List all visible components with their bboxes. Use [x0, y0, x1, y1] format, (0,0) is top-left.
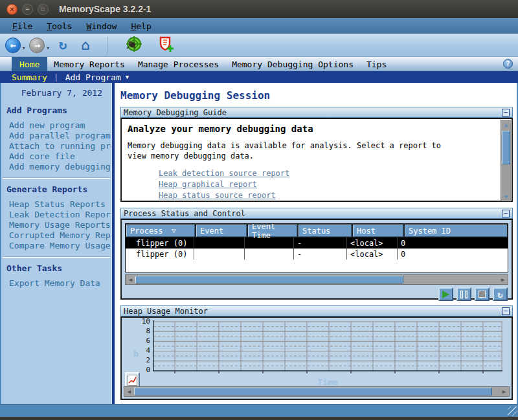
- current-date: February 7, 2012: [1, 88, 111, 98]
- link-heap-graphical-report[interactable]: Heap graphical report: [159, 180, 257, 189]
- sidebar: February 7, 2012 Add Programs Add new pr…: [1, 83, 111, 404]
- process-panel-minimize-button[interactable]: −: [502, 210, 510, 217]
- sidebar-link-add-new-program[interactable]: Add new program: [9, 120, 111, 130]
- y-tick-2: 2: [128, 356, 150, 364]
- column-label: Event: [200, 227, 223, 236]
- sidebar-link-export-memory-data[interactable]: Export Memory Data: [9, 278, 111, 288]
- sidebar-divider: [3, 177, 110, 179]
- heap-panel-minimize-button[interactable]: −: [502, 307, 510, 315]
- scroll-right-icon[interactable]: ▶: [498, 275, 508, 284]
- y-tick-8: 8: [128, 327, 150, 335]
- guide-vertical-scrollbar[interactable]: ▲ ▼: [501, 120, 511, 201]
- scrollbar-track[interactable]: [134, 387, 499, 396]
- home-button[interactable]: ⌂: [82, 38, 90, 52]
- memoryscape-window: × − □ MemoryScape 3.2.2-1 File Tools Win…: [0, 0, 518, 420]
- process-horizontal-scrollbar[interactable]: ◀ ▶: [125, 274, 508, 285]
- halt-button[interactable]: [456, 287, 471, 301]
- shield-add-icon: [159, 36, 174, 52]
- heap-panel-title: Heap Usage Monitor: [124, 307, 502, 316]
- forward-dropdown-icon[interactable]: ▾: [46, 45, 49, 51]
- reload-button[interactable]: ↻: [59, 38, 67, 52]
- status-bar: [0, 404, 518, 417]
- link-heap-status-source-report[interactable]: Heap status source report: [159, 191, 276, 200]
- table-row[interactable]: flipper (0) - <local> 0: [126, 249, 508, 260]
- window-close-button[interactable]: ×: [6, 4, 17, 15]
- add-program-caret-icon[interactable]: ▼: [126, 74, 129, 80]
- cell-host: <local>: [347, 238, 398, 249]
- sidebar-heading-generate-reports: Generate Reports: [6, 184, 111, 194]
- menu-window[interactable]: Window: [79, 20, 124, 32]
- panel-minimize-icon: −: [504, 108, 508, 116]
- menu-help[interactable]: Help: [124, 20, 158, 32]
- run-button[interactable]: [438, 287, 453, 301]
- column-header-host[interactable]: Host: [353, 225, 403, 237]
- sidebar-link-corrupted-memory-report[interactable]: Corrupted Memory Report: [9, 230, 111, 240]
- whats-this-button[interactable]: ?: [503, 59, 513, 69]
- close-icon: ×: [10, 5, 14, 13]
- column-header-event-time[interactable]: Event Time: [248, 225, 297, 237]
- subnav-summary[interactable]: Summary: [12, 72, 47, 82]
- sidebar-heading-add-programs: Add Programs: [6, 105, 111, 115]
- scroll-down-icon[interactable]: ▼: [501, 192, 511, 201]
- guide-scrollbar-thumb[interactable]: [502, 131, 510, 164]
- guide-panel-titlebar: Memory Debugging Guide −: [120, 107, 513, 118]
- cell-event: [194, 238, 245, 249]
- menu-tools[interactable]: Tools: [39, 20, 79, 32]
- scrollbar-thumb[interactable]: [134, 388, 492, 395]
- toolbar-separator: [107, 37, 107, 54]
- table-row[interactable]: flipper (0) - <local> 0: [126, 238, 508, 249]
- sidebar-link-attach-to-running[interactable]: Attach to running progr: [9, 141, 111, 151]
- tab-tips[interactable]: Tips: [360, 57, 393, 71]
- scroll-right-icon[interactable]: ▶: [499, 387, 509, 396]
- column-label: Host: [357, 227, 376, 236]
- tab-memory-reports[interactable]: Memory Reports: [47, 57, 131, 71]
- back-button[interactable]: ←: [5, 38, 21, 53]
- stop-button[interactable]: [475, 287, 490, 301]
- sort-descending-icon: ▽: [172, 227, 176, 234]
- back-dropdown-icon[interactable]: ▾: [22, 45, 25, 51]
- sidebar-link-add-memory-debugging-file[interactable]: Add memory debugging fi: [9, 162, 111, 171]
- forward-icon: →: [34, 39, 40, 51]
- guide-panel-minimize-button[interactable]: −: [502, 109, 510, 116]
- sidebar-link-add-core-file[interactable]: Add core file: [9, 151, 111, 161]
- forward-button[interactable]: →: [29, 38, 45, 53]
- scrollbar-thumb[interactable]: [135, 276, 403, 283]
- tab-memory-debugging-options[interactable]: Memory Debugging Options: [225, 57, 360, 71]
- chart-page-icon: [128, 375, 137, 386]
- reload-icon: ↻: [59, 37, 67, 52]
- shield-add-button[interactable]: [159, 36, 174, 55]
- column-label: System ID: [409, 227, 451, 236]
- heap-horizontal-scrollbar[interactable]: ◀ ▶: [124, 386, 510, 397]
- tab-manage-processes[interactable]: Manage Processes: [131, 57, 225, 71]
- restart-button[interactable]: ↻: [493, 287, 508, 301]
- panel-minimize-icon: −: [504, 307, 508, 315]
- column-header-event[interactable]: Event: [196, 225, 247, 237]
- resize-grip[interactable]: [508, 406, 517, 416]
- sidebar-link-leak-detection-reports[interactable]: Leak Detection Reports: [9, 210, 111, 219]
- menu-bar: File Tools Window Help: [0, 18, 518, 34]
- cell-event-time: [245, 238, 294, 249]
- window-minimize-button[interactable]: −: [22, 4, 33, 15]
- tab-home[interactable]: Home: [12, 57, 47, 71]
- column-header-process[interactable]: Process▽: [126, 225, 195, 237]
- sidebar-link-compare-memory-usage[interactable]: Compare Memory Usage: [9, 241, 111, 250]
- pause-icon: [460, 291, 467, 298]
- heap-chart-grid: [153, 320, 502, 376]
- scrollbar-track[interactable]: [135, 275, 498, 284]
- link-leak-detection-source-report[interactable]: Leak detection source report: [159, 169, 289, 178]
- scroll-left-icon[interactable]: ◀: [124, 387, 134, 396]
- column-header-system-id[interactable]: System ID: [405, 225, 507, 237]
- scroll-up-icon[interactable]: ▲: [501, 120, 511, 129]
- memory-debug-button[interactable]: [125, 36, 142, 55]
- sidebar-link-add-parallel-program[interactable]: Add parallel program: [9, 131, 111, 140]
- guide-body-text: Memory debugging data is available for a…: [128, 140, 464, 161]
- tabbar-spacer: [393, 57, 503, 71]
- menu-file[interactable]: File: [5, 20, 39, 32]
- column-header-status[interactable]: Status: [298, 225, 352, 237]
- sidebar-link-memory-usage-reports[interactable]: Memory Usage Reports: [9, 220, 111, 230]
- window-maximize-button[interactable]: □: [38, 4, 49, 15]
- main-content: Memory Debugging Session Memory Debuggin…: [115, 83, 517, 404]
- sidebar-link-heap-status-reports[interactable]: Heap Status Reports: [9, 199, 111, 209]
- subnav-add-program[interactable]: Add Program: [65, 72, 121, 82]
- scroll-left-icon[interactable]: ◀: [126, 275, 135, 284]
